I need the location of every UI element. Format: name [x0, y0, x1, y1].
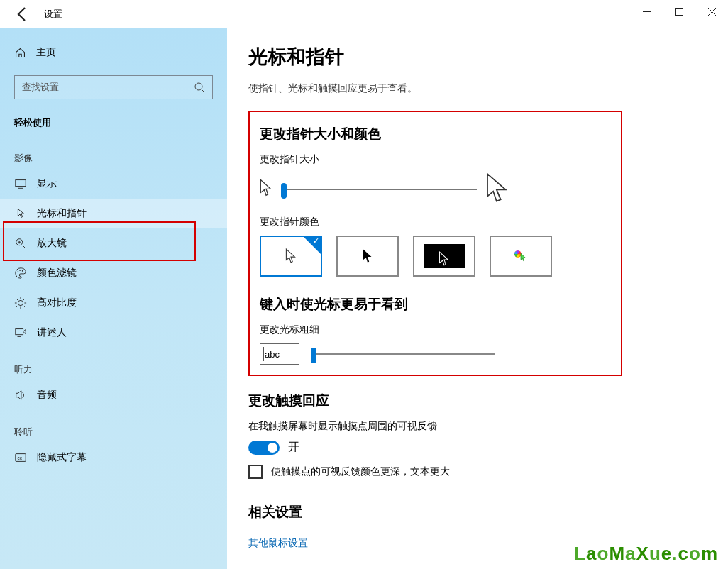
svg-line-5 — [202, 89, 204, 92]
monitor-icon — [14, 177, 27, 190]
section-touch: 更改触摸回应 — [248, 392, 700, 410]
pointer-color-black[interactable] — [336, 236, 399, 277]
annotation-highlight-main: 更改指针大小和颜色 更改指针大小 更改指针颜色 — [248, 111, 622, 376]
speaker-icon — [14, 389, 27, 402]
darker-feedback-label: 使触摸点的可视反馈颜色更深，文本更大 — [271, 465, 450, 478]
svg-line-23 — [16, 306, 18, 307]
sidebar-home[interactable]: 主页 — [0, 43, 227, 62]
contrast-icon — [14, 297, 27, 309]
group-visual: 影像 — [0, 136, 227, 169]
label-pointer-color: 更改指针颜色 — [260, 216, 611, 228]
sidebar-item-audio[interactable]: 音频 — [0, 380, 227, 410]
pointer-size-slider[interactable] — [281, 181, 477, 198]
cursor-thickness-slider[interactable] — [311, 346, 495, 363]
sidebar-item-label: 放大镜 — [37, 237, 67, 250]
sidebar-category: 轻松使用 — [0, 99, 227, 136]
sidebar-item-cursor[interactable]: 光标和指针 — [0, 199, 227, 228]
cursor-thickness-preview: abc — [260, 343, 299, 365]
group-interaction: 聆听 — [0, 410, 227, 443]
sidebar: 主页 查找设置 轻松使用 影像 显示 光标和指针 放大镜 颜色滤镜 高对比度 — [0, 28, 227, 569]
svg-rect-6 — [16, 180, 26, 187]
darker-feedback-checkbox[interactable] — [248, 465, 263, 479]
section-related: 相关设置 — [248, 503, 700, 521]
pointer-color-options — [260, 236, 611, 277]
sidebar-item-colorfilter[interactable]: 颜色滤镜 — [0, 258, 227, 288]
svg-text:cc: cc — [18, 455, 22, 460]
sidebar-item-label: 隐藏式字幕 — [37, 451, 87, 464]
cursor-large-icon — [485, 173, 509, 206]
pointer-color-custom[interactable] — [490, 236, 552, 277]
sidebar-item-label: 光标和指针 — [37, 207, 87, 220]
sidebar-item-label: 颜色滤镜 — [37, 267, 77, 280]
sidebar-item-label: 显示 — [37, 177, 57, 190]
window-title: 设置 — [44, 8, 62, 21]
abc-text: abc — [265, 349, 280, 360]
close-button[interactable] — [695, 0, 728, 23]
captions-icon: cc — [14, 451, 27, 464]
svg-point-12 — [18, 271, 19, 272]
pointer-size-row — [260, 173, 611, 206]
search-input[interactable]: 查找设置 — [14, 75, 213, 99]
search-icon — [194, 82, 205, 93]
svg-point-13 — [19, 270, 21, 271]
svg-rect-24 — [16, 329, 23, 335]
minimize-button[interactable] — [630, 0, 663, 23]
page-title: 光标和指针 — [248, 44, 700, 70]
back-button[interactable] — [14, 6, 31, 23]
watermark: LaoMaXue.com — [574, 543, 718, 565]
svg-point-15 — [18, 300, 23, 305]
svg-line-21 — [23, 306, 25, 307]
svg-line-9 — [22, 245, 26, 248]
sidebar-item-label: 高对比度 — [37, 297, 77, 309]
maximize-button[interactable] — [663, 0, 695, 23]
sidebar-item-label: 音频 — [37, 389, 57, 402]
svg-rect-1 — [675, 8, 683, 15]
toggle-state-label: 开 — [288, 440, 299, 455]
sidebar-home-label: 主页 — [36, 46, 56, 59]
label-touch-feedback: 在我触摸屏幕时显示触摸点周围的可视反馈 — [248, 420, 700, 433]
touch-feedback-toggle[interactable] — [248, 441, 280, 455]
titlebar: 设置 — [0, 0, 728, 28]
svg-line-20 — [16, 299, 18, 300]
svg-line-22 — [23, 299, 25, 300]
sidebar-item-captions[interactable]: cc 隐藏式字幕 — [0, 443, 227, 473]
pointer-color-inverted[interactable] — [413, 236, 475, 277]
section-typing-cursor: 键入时使光标更易于看到 — [260, 295, 611, 314]
cursor-small-icon — [260, 179, 272, 200]
sidebar-item-magnifier[interactable]: 放大镜 — [0, 228, 227, 258]
sidebar-item-label: 讲述人 — [37, 326, 67, 339]
pointer-color-white[interactable] — [260, 236, 322, 277]
sidebar-item-narrator[interactable]: 讲述人 — [0, 318, 227, 348]
svg-point-14 — [22, 270, 23, 272]
section-size-color: 更改指针大小和颜色 — [260, 125, 611, 143]
search-placeholder: 查找设置 — [22, 81, 59, 94]
cursor-thickness-row: abc — [260, 343, 611, 365]
palette-icon — [14, 267, 27, 280]
narrator-icon — [14, 326, 27, 339]
window-controls — [630, 0, 728, 23]
label-cursor-thickness: 更改光标粗细 — [260, 324, 611, 336]
link-other-mouse-settings[interactable]: 其他鼠标设置 — [248, 537, 308, 550]
sidebar-item-display[interactable]: 显示 — [0, 169, 227, 199]
content-area: 光标和指针 使指针、光标和触摸回应更易于查看。 更改指针大小和颜色 更改指针大小… — [227, 28, 728, 569]
magnifier-icon — [14, 237, 27, 250]
page-subtitle: 使指针、光标和触摸回应更易于查看。 — [248, 82, 700, 95]
cursor-pointer-icon — [14, 207, 27, 220]
sidebar-item-contrast[interactable]: 高对比度 — [0, 288, 227, 318]
svg-point-4 — [195, 83, 202, 90]
label-pointer-size: 更改指针大小 — [260, 153, 611, 166]
group-hearing: 听力 — [0, 348, 227, 380]
